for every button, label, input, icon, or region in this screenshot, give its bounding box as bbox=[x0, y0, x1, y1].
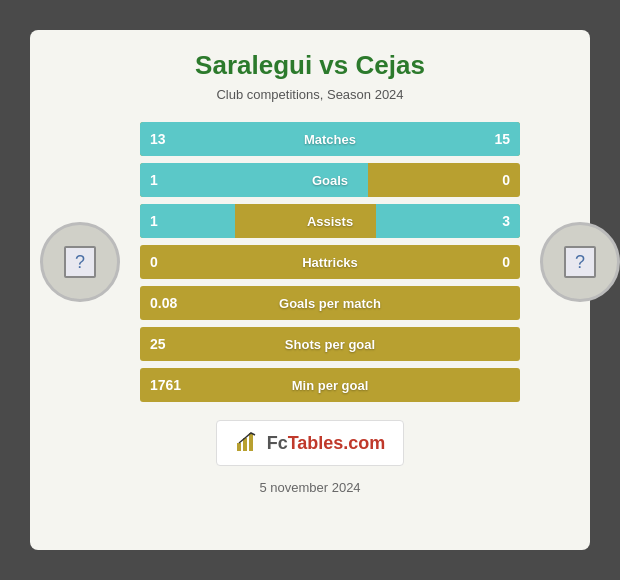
bar-fill-left-matches bbox=[140, 122, 315, 156]
player-right-avatar: ? bbox=[540, 222, 620, 302]
hattricks-label: Hattricks bbox=[302, 255, 358, 270]
goals-label: Goals bbox=[312, 173, 348, 188]
svg-rect-0 bbox=[237, 443, 241, 451]
stat-row-shots-per-goal: 25 Shots per goal bbox=[140, 327, 520, 361]
match-title: Saralegui vs Cejas bbox=[50, 50, 570, 81]
player-right-placeholder: ? bbox=[564, 246, 596, 278]
goals-per-match-label: Goals per match bbox=[279, 296, 381, 311]
player-left-placeholder: ? bbox=[64, 246, 96, 278]
min-per-goal-label: Min per goal bbox=[292, 378, 369, 393]
svg-rect-2 bbox=[249, 433, 253, 451]
hattricks-left-val: 0 bbox=[150, 254, 158, 270]
player-left-avatar: ? bbox=[40, 222, 120, 302]
stats-section: ? ? 13 Matches 15 1 Goals 0 bbox=[50, 122, 610, 402]
goals-left-val: 1 bbox=[150, 172, 158, 188]
bar-fill-right-assists bbox=[376, 204, 520, 238]
shots-per-goal-val: 25 bbox=[150, 336, 166, 352]
fctables-logo-area: FcTables.com bbox=[50, 420, 570, 466]
stat-row-min-per-goal: 1761 Min per goal bbox=[140, 368, 520, 402]
matches-label: Matches bbox=[304, 132, 356, 147]
stat-row-assists: 1 Assists 3 bbox=[140, 204, 520, 238]
matches-left-val: 13 bbox=[150, 131, 166, 147]
bars-container: 13 Matches 15 1 Goals 0 1 Assists 3 bbox=[140, 122, 520, 402]
assists-label: Assists bbox=[307, 214, 353, 229]
goals-per-match-val: 0.08 bbox=[150, 295, 177, 311]
hattricks-right-val: 0 bbox=[502, 254, 510, 270]
min-per-goal-val: 1761 bbox=[150, 377, 181, 393]
stat-row-goals-per-match: 0.08 Goals per match bbox=[140, 286, 520, 320]
assists-right-val: 3 bbox=[502, 213, 510, 229]
match-subtitle: Club competitions, Season 2024 bbox=[50, 87, 570, 102]
shots-per-goal-label: Shots per goal bbox=[285, 337, 375, 352]
goals-right-val: 0 bbox=[502, 172, 510, 188]
assists-left-val: 1 bbox=[150, 213, 158, 229]
stat-row-hattricks: 0 Hattricks 0 bbox=[140, 245, 520, 279]
fctables-icon bbox=[235, 429, 259, 457]
matches-right-val: 15 bbox=[494, 131, 510, 147]
stat-row-matches: 13 Matches 15 bbox=[140, 122, 520, 156]
footer-date: 5 november 2024 bbox=[50, 480, 570, 495]
stat-row-goals: 1 Goals 0 bbox=[140, 163, 520, 197]
fctables-box: FcTables.com bbox=[216, 420, 405, 466]
fctables-text: FcTables.com bbox=[267, 433, 386, 454]
